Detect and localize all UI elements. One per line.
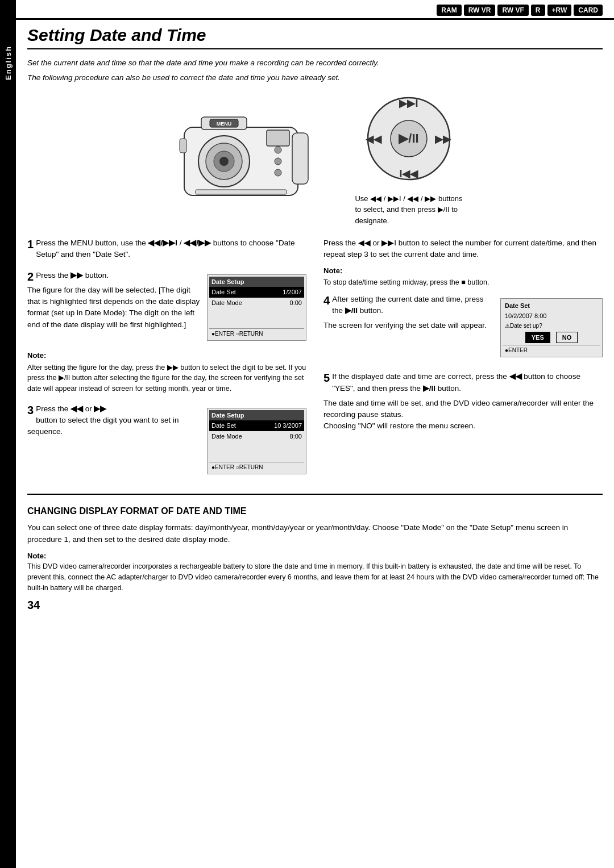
svg-rect-5 [267, 130, 289, 146]
step-1-text: Press the MENU button, use the ◀◀/▶▶I / … [36, 239, 294, 258]
svg-text:I◀◀: I◀◀ [399, 168, 418, 180]
step-4-text: After setting the current date and time,… [332, 295, 483, 315]
svg-rect-9 [292, 133, 308, 184]
confirm-yes: YES [525, 332, 550, 344]
intro-text-2: The following procedure can also be used… [27, 72, 603, 84]
svg-point-4 [219, 157, 229, 166]
step-3-number: 3 [27, 403, 34, 417]
confirm-footer: ●ENTER [503, 345, 600, 355]
mode-rwvr: RW VR [464, 5, 496, 16]
svg-text:◀◀: ◀◀ [365, 133, 382, 145]
section-heading: CHANGING DISPLAY FORMAT OF DATE AND TIME [27, 506, 603, 516]
step-5-text: If the displayed date and time are corre… [332, 372, 580, 392]
col-right: Press the ◀◀ or ▶▶I button to select the… [323, 237, 603, 488]
screen-2: Date Setup Date Set 10 3/2007 Date Mode … [207, 403, 306, 479]
svg-point-11 [275, 158, 281, 165]
main-content: Setting Date and Time Set the current da… [16, 20, 614, 629]
bottom-note-label: Note: [27, 552, 603, 560]
screen2-row1: Date Set 10 3/2007 [209, 420, 304, 431]
step-5: 5 If the displayed date and time are cor… [323, 371, 603, 432]
step-2-number: 2 [27, 270, 34, 283]
section-text: You can select one of three date display… [27, 522, 603, 546]
svg-text:▶/II: ▶/II [399, 131, 418, 145]
step-1-number: 1 [27, 237, 34, 251]
step-2-note: After setting the figure for the day, pr… [27, 362, 306, 394]
intro-text-1: Set the current date and time so that th… [27, 57, 603, 69]
screen2-title: Date Setup [209, 410, 304, 421]
step-5-body: The date and time will be set, and the D… [323, 398, 603, 432]
svg-point-12 [275, 169, 281, 176]
page-title: Setting Date and Time [27, 20, 603, 49]
screen1-footer: ●ENTER ○RETURN [209, 328, 304, 339]
confirm-no: NO [556, 332, 578, 344]
screen-1: Date Setup Date Set 1/2007 Date Mode 0:0… [207, 270, 306, 346]
diagram-area: MENU ▶/II [27, 93, 603, 227]
svg-text:▶▶I: ▶▶I [399, 98, 418, 109]
step-4: 4 After setting the current date and tim… [323, 294, 603, 362]
diagram-caption: Use ◀◀ / ▶▶I / ◀◀ / ▶▶ buttons to select… [355, 193, 462, 227]
step-4-right: Press the ◀◀ or ▶▶I button to select the… [323, 237, 603, 288]
step-3: 3 Press the ◀◀ or ▶▶ button to select th… [27, 403, 306, 479]
mode-rwvf: RW VF [497, 5, 528, 16]
step-1: 1 Press the MENU button, use the ◀◀/▶▶I … [27, 237, 306, 261]
step-3-text: Press the ◀◀ or ▶▶ button to select the … [27, 404, 179, 436]
nav-button-illustration: ▶/II ▶▶I I◀◀ ◀◀ ▶▶ [363, 93, 454, 184]
col-left: 1 Press the MENU button, use the ◀◀/▶▶I … [27, 237, 306, 488]
page-number: 34 [27, 599, 603, 612]
step-4-right-note: To stop date/time setting midway, press … [323, 277, 603, 288]
mode-plusrw: +RW [547, 5, 572, 16]
confirm-screen: Date Set 10/2/2007 8:00 ⚠Date set up? YE… [500, 294, 603, 362]
mode-ram: RAM [437, 5, 461, 16]
step-4-number: 4 [323, 294, 330, 307]
svg-text:▶▶: ▶▶ [435, 133, 452, 145]
step-5-number: 5 [323, 371, 330, 385]
screen2-row2: Date Mode 8:00 [209, 431, 304, 442]
mode-r: R [531, 5, 545, 16]
step-4-right-text: Press the ◀◀ or ▶▶I button to select the… [323, 239, 596, 258]
svg-rect-13 [180, 139, 186, 153]
diagram-right: ▶/II ▶▶I I◀◀ ◀◀ ▶▶ Use ◀◀ / ▶▶I / ◀◀ / ▶… [355, 93, 462, 227]
screen1-row2: Date Mode 0:00 [209, 298, 304, 308]
camera-illustration: MENU [167, 93, 338, 214]
step-4-body: The screen for verifying the set date wi… [323, 320, 495, 331]
mode-card: CARD [574, 5, 603, 16]
section-divider [27, 494, 603, 495]
svg-point-10 [275, 147, 281, 153]
screen2-footer: ●ENTER ○RETURN [209, 462, 304, 472]
confirm-warning: ⚠Date set up? [503, 322, 600, 330]
step-2-body: The figure for the day will be selected.… [27, 285, 201, 331]
step-2: 2 Press the ▶▶ button. The figure for th… [27, 270, 306, 394]
screen1-title: Date Setup [209, 277, 304, 287]
top-bar: RAM RW VR RW VF R +RW CARD [0, 0, 614, 20]
step-2-text: Press the ▶▶ button. [36, 271, 109, 279]
two-col-layout: 1 Press the MENU button, use the ◀◀/▶▶I … [27, 237, 603, 488]
step-4-right-note-label: Note: [323, 265, 603, 277]
screen1-row1: Date Set 1/2007 [209, 287, 304, 298]
bottom-note: This DVD video camera/recorder incorpora… [27, 561, 603, 593]
confirm-title: Date Set [503, 301, 600, 311]
side-label: English [0, 0, 16, 868]
svg-rect-14 [196, 190, 287, 194]
confirm-date: 10/2/2007 8:00 [503, 311, 600, 322]
svg-text:MENU: MENU [217, 121, 232, 127]
step-2-note-label: Note: [27, 350, 306, 361]
